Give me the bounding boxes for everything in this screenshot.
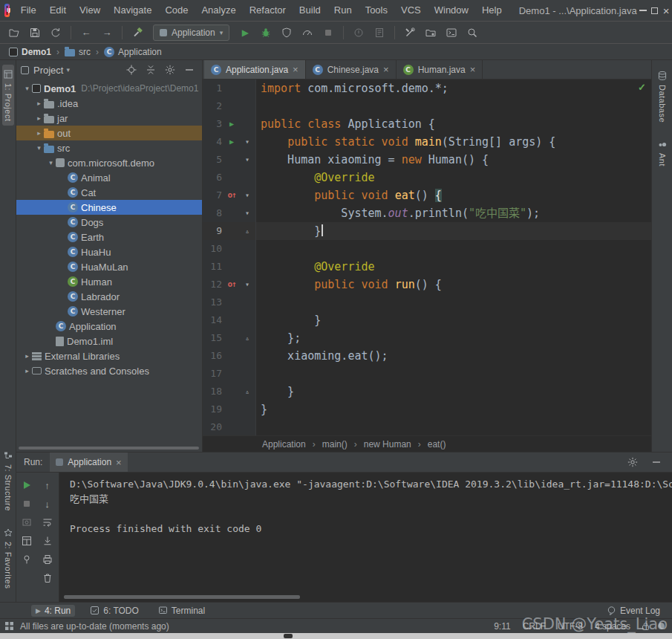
chevron-down-icon[interactable]: ▾ [66, 66, 70, 74]
expand-arrow-icon[interactable]: ▸ [22, 352, 32, 360]
event-log-button[interactable]: Event Log [602, 605, 665, 617]
editor-breadcrumb-4[interactable]: eat() [428, 439, 446, 450]
rerun-icon[interactable] [19, 479, 35, 492]
menu-file[interactable]: File [14, 0, 43, 21]
soft-wrap-icon[interactable] [39, 516, 56, 529]
open-icon[interactable] [4, 24, 24, 42]
toolwindow-todo-button[interactable]: 6: TODO [85, 605, 143, 617]
tree-item-com-microsoft-demo[interactable]: ▾com.microsoft.demo [16, 155, 202, 170]
console-settings-gear-icon[interactable] [624, 455, 641, 470]
maximize-button[interactable] [648, 0, 660, 21]
forward-icon[interactable]: → [97, 24, 117, 42]
tab-chinese-java[interactable]: C Chinese.java × [306, 60, 397, 79]
code-line-9[interactable]: } [256, 222, 651, 240]
run-line-icon[interactable]: ▶ [222, 133, 241, 151]
run-line-icon[interactable]: ▶ [222, 115, 241, 133]
tab-human-java[interactable]: C Human.java × [397, 60, 483, 79]
menu-code[interactable]: Code [158, 0, 195, 21]
hide-run-panel-icon[interactable] [648, 455, 665, 470]
editor-breadcrumb-2[interactable]: main() [322, 439, 348, 450]
sidebar-structure-button[interactable]: 7: Structure [2, 446, 14, 516]
locate-file-icon[interactable] [123, 62, 140, 77]
scroll-to-end-icon[interactable] [39, 534, 56, 548]
sidebar-ant-button[interactable]: Ant [656, 134, 668, 171]
project-panel-title[interactable]: Project [33, 65, 63, 76]
menu-window[interactable]: Window [428, 0, 475, 21]
tree-item-dogs[interactable]: CDogs [16, 215, 202, 230]
taskbar-app-icon[interactable] [284, 634, 293, 638]
tab-application-java[interactable]: C Application.java × [204, 60, 306, 79]
code-line-7[interactable]: public void eat() { [261, 186, 651, 204]
fold-end-icon[interactable]: ▵ [241, 329, 253, 347]
pin-icon[interactable] [19, 553, 35, 566]
breadcrumb-item-application[interactable]: CApplication [104, 47, 162, 57]
tree-item-chinese[interactable]: CChinese [16, 200, 202, 215]
code-line-19[interactable]: } [261, 400, 651, 418]
tree-item--idea[interactable]: ▸.idea [16, 96, 202, 111]
tree-item-huamulan[interactable]: CHuaMuLan [16, 259, 202, 274]
tree-item-human[interactable]: CHuman [16, 274, 202, 289]
stop-button[interactable] [319, 24, 338, 42]
editor-breadcrumb-3[interactable]: new Human [364, 439, 411, 450]
build-hammer-icon[interactable] [128, 24, 147, 42]
navigate-up-icon[interactable]: ↑ [39, 479, 56, 492]
close-tab-icon[interactable]: × [470, 64, 476, 75]
code-line-20[interactable] [261, 418, 651, 435]
readonly-lock-icon[interactable] [641, 621, 650, 631]
debug-button[interactable] [256, 24, 275, 42]
fold-end-icon[interactable]: ▵ [241, 222, 253, 240]
tree-item-external-libraries[interactable]: ▸External Libraries [16, 348, 202, 363]
code-line-1[interactable]: import com.microsoft.demo.*; [261, 80, 651, 97]
tree-item-scratches-and-consoles[interactable]: ▸Scratches and Consoles [16, 363, 202, 378]
tree-item-out[interactable]: ▸out [16, 126, 202, 140]
sidebar-favorites-button[interactable]: 2: Favorites [2, 523, 14, 593]
expand-arrow-icon[interactable]: ▾ [46, 159, 56, 166]
inspection-status-icon[interactable]: ✓ [638, 82, 646, 93]
fold-region-icon[interactable]: ▾ [241, 204, 253, 222]
close-tab-icon[interactable]: × [383, 64, 389, 75]
menu-help[interactable]: Help [475, 0, 509, 21]
code-line-6[interactable]: @Override [261, 169, 651, 186]
console-output[interactable]: D:\Software\Java\JDK9.0.4\bin\java.exe "… [59, 473, 672, 602]
tree-item-earth[interactable]: CEarth [16, 230, 202, 244]
terminal-toolbar-icon[interactable] [442, 24, 461, 42]
attach-process-icon[interactable] [349, 24, 368, 42]
code-line-12[interactable]: public void run() { [261, 276, 651, 293]
close-tab-icon[interactable]: × [293, 64, 299, 75]
fold-region-icon[interactable]: ▾ [241, 151, 253, 169]
menu-refactor[interactable]: Refactor [243, 0, 293, 21]
indent-style[interactable]: 4 spaces [595, 621, 630, 632]
fold-end-icon[interactable]: ▵ [241, 383, 253, 400]
sync-icon[interactable] [46, 24, 65, 42]
back-icon[interactable]: ← [76, 24, 96, 42]
run-tab-application[interactable]: Application × [50, 453, 127, 472]
expand-arrow-icon[interactable]: ▸ [22, 367, 32, 374]
menu-view[interactable]: View [73, 0, 107, 21]
code-line-10[interactable] [261, 240, 651, 258]
tools-wrench-icon[interactable] [400, 24, 420, 42]
dump-threads-icon[interactable] [19, 516, 35, 529]
clear-console-icon[interactable] [39, 571, 56, 585]
expand-arrow-icon[interactable]: ▾ [22, 85, 32, 92]
close-button[interactable]: × [660, 0, 672, 21]
tree-item-huahu[interactable]: CHuaHu [16, 244, 202, 259]
run-button[interactable]: ▶ [235, 24, 255, 42]
expand-arrow-icon[interactable]: ▸ [34, 129, 44, 137]
menu-tools[interactable]: Tools [359, 0, 394, 21]
console-scrollbar[interactable] [64, 595, 300, 599]
sidebar-project-button[interactable]: 1: Project [2, 65, 14, 126]
breadcrumb-item-demo1[interactable]: Demo1 [9, 47, 51, 57]
expand-arrow-icon[interactable]: ▸ [34, 114, 44, 122]
fold-region-icon[interactable]: ▾ [241, 133, 253, 151]
editor-breadcrumb-1[interactable]: Application [262, 439, 306, 450]
search-icon[interactable] [463, 24, 482, 42]
menu-run[interactable]: Run [327, 0, 359, 21]
code-area[interactable]: import com.microsoft.demo.*;public class… [256, 80, 651, 435]
restore-layout-icon[interactable] [19, 534, 35, 548]
collapse-all-icon[interactable] [143, 62, 159, 77]
tree-item-application[interactable]: CApplication [16, 319, 202, 334]
coverage-button[interactable] [277, 24, 296, 42]
line-separator[interactable]: CRLF [523, 621, 546, 632]
menu-edit[interactable]: Edit [43, 0, 73, 21]
breadcrumb-item-src[interactable]: src [65, 47, 91, 57]
